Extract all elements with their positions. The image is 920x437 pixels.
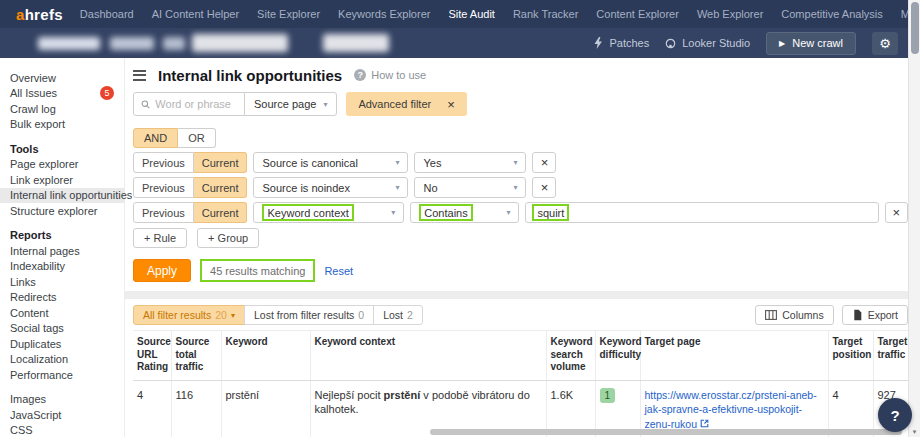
advanced-filter-chip[interactable]: Advanced filter × [346, 92, 466, 116]
nav-web-explorer[interactable]: Web Explorer [688, 8, 772, 20]
nav-dashboard[interactable]: Dashboard [71, 8, 143, 20]
chevron-down-icon: ▾ [395, 183, 399, 192]
nav-competitive-analysis[interactable]: Competitive Analysis [772, 8, 892, 20]
rule-value-input[interactable]: squirt [525, 202, 878, 223]
previous-button[interactable]: Previous [133, 177, 194, 198]
previous-button[interactable]: Previous [133, 152, 194, 173]
col-keyword-context[interactable]: Keyword context [310, 331, 546, 381]
col-target-traffic[interactable]: Target traffic [873, 331, 908, 381]
rule-field-select[interactable]: Source is canonical▾ [253, 152, 408, 173]
rule-field-select[interactable]: Source is noindex▾ [253, 177, 408, 198]
project-toolbar: Patches Looker Studio ▶ New crawl ⚙ [0, 28, 908, 58]
chevron-down-icon: ▾ [513, 158, 517, 167]
current-button[interactable]: Current [194, 152, 248, 173]
table-header-row: Source URL Rating Source total traffic K… [133, 331, 908, 381]
sidebar-item-duplicates[interactable]: Duplicates [0, 336, 124, 352]
sidebar-toggle-icon[interactable] [133, 70, 146, 81]
table-actions: Columns Export [755, 305, 908, 325]
difficulty-badge: 1 [600, 388, 616, 404]
toolbar-control-redacted[interactable] [323, 34, 389, 52]
toolbar-right-group: Patches Looker Studio ▶ New crawl ⚙ [593, 32, 898, 55]
vertical-scrollbar-thumb[interactable] [911, 2, 919, 54]
rule-operator-select[interactable]: Yes▾ [414, 152, 526, 173]
top-nav-bar: ahrefs Dashboard AI Content Helper Site … [0, 0, 908, 28]
sidebar-item-internal-pages[interactable]: Internal pages [0, 243, 124, 259]
rule-field-select[interactable]: Keyword context▾ [253, 202, 404, 223]
sidebar-item-all-issues[interactable]: All Issues5 [0, 86, 124, 102]
help-button[interactable]: ? [878, 398, 912, 432]
col-source-url-rating[interactable]: Source URL Rating [133, 331, 171, 381]
sidebar-item-indexability[interactable]: Indexability [0, 259, 124, 275]
sidebar-item-page-explorer[interactable]: Page explorer [0, 157, 124, 173]
current-button[interactable]: Current [194, 177, 248, 198]
scrollbar-down-arrow[interactable]: ▾ [909, 428, 920, 436]
nav-rank-tracker[interactable]: Rank Tracker [504, 8, 587, 20]
close-icon[interactable]: × [439, 97, 467, 112]
scope-select[interactable]: Source page ▾ [244, 92, 337, 116]
col-keyword-search-volume[interactable]: Keyword search volume [546, 331, 595, 381]
nav-content-explorer[interactable]: Content Explorer [587, 8, 688, 20]
remove-rule-button[interactable]: × [885, 202, 908, 223]
keyword-search-box[interactable] [133, 92, 245, 116]
ahrefs-logo[interactable]: ahrefs [16, 6, 63, 23]
columns-icon [765, 310, 777, 320]
sidebar-item-bulk-export[interactable]: Bulk export [0, 117, 124, 133]
col-keyword[interactable]: Keyword [221, 331, 310, 381]
remove-rule-button[interactable]: × [532, 177, 556, 198]
patches-link[interactable]: Patches [593, 37, 649, 49]
export-button[interactable]: Export [842, 305, 908, 325]
sidebar-item-performance[interactable]: Performance [0, 367, 124, 383]
sidebar-item-css[interactable]: CSS [0, 423, 124, 437]
vertical-scrollbar-track[interactable]: ▾ [908, 0, 920, 437]
previous-current-toggle: Previous Current [133, 152, 247, 173]
nav-ai-content-helper[interactable]: AI Content Helper [143, 8, 248, 20]
col-source-total-traffic[interactable]: Source total traffic [171, 331, 221, 381]
add-rule-button[interactable]: + Rule [133, 228, 187, 248]
sidebar-item-images[interactable]: Images [0, 392, 124, 408]
project-meta-redacted [110, 37, 154, 50]
sidebar-item-localization[interactable]: Localization [0, 352, 124, 368]
sidebar-item-overview[interactable]: Overview [0, 70, 124, 86]
columns-button[interactable]: Columns [755, 305, 833, 325]
sidebar-item-link-explorer[interactable]: Link explorer [0, 172, 124, 188]
sidebar-item-crawl-log[interactable]: Crawl log [0, 101, 124, 117]
previous-button[interactable]: Previous [133, 202, 194, 223]
how-to-use-link[interactable]: ? How to use [354, 69, 426, 81]
apply-button[interactable]: Apply [133, 259, 191, 282]
remove-rule-button[interactable]: × [532, 152, 556, 173]
new-crawl-button[interactable]: ▶ New crawl [766, 32, 856, 55]
sidebar-item-redirects[interactable]: Redirects [0, 290, 124, 306]
settings-button[interactable]: ⚙ [872, 32, 898, 55]
sidebar-item-structure-explorer[interactable]: Structure explorer [0, 203, 124, 219]
sidebar-header-tools: Tools [0, 141, 124, 157]
col-keyword-difficulty[interactable]: Keyword difficulty [595, 331, 640, 381]
current-button[interactable]: Current [194, 202, 248, 223]
toolbar-control-redacted[interactable] [192, 34, 288, 52]
sidebar-item-social-tags[interactable]: Social tags [0, 321, 124, 337]
tab-lost-from-filter-results[interactable]: Lost from filter results0 [244, 305, 374, 325]
sidebar-item-links[interactable]: Links [0, 274, 124, 290]
rule-operator-select[interactable]: Contains▾ [410, 202, 519, 223]
sidebar-item-content[interactable]: Content [0, 305, 124, 321]
target-page-link[interactable]: https://www.erosstar.cz/prsteni-aneb-jak… [645, 389, 817, 431]
nav-keywords-explorer[interactable]: Keywords Explorer [329, 8, 439, 20]
col-target-position[interactable]: Target position [828, 331, 873, 381]
and-button[interactable]: AND [133, 128, 178, 148]
chevron-down-icon: ▾ [395, 158, 399, 167]
col-target-page[interactable]: Target page [640, 331, 828, 381]
or-button[interactable]: OR [178, 128, 216, 148]
tab-lost[interactable]: Lost2 [373, 305, 423, 325]
search-input[interactable] [155, 98, 237, 110]
close-icon: × [541, 155, 549, 170]
add-group-button[interactable]: + Group [197, 228, 259, 248]
rule-operator-select[interactable]: No▾ [414, 177, 526, 198]
reset-link[interactable]: Reset [324, 265, 353, 277]
sidebar-item-javascript[interactable]: JavaScript [0, 407, 124, 423]
results-table: Source URL Rating Source total traffic K… [133, 330, 908, 437]
tab-all-filter-results[interactable]: All filter results20 ▾ [133, 305, 245, 325]
sidebar-item-internal-link-opportunities[interactable]: Internal link opportunities [0, 188, 124, 204]
looker-studio-link[interactable]: Looker Studio [665, 37, 750, 49]
nav-site-audit[interactable]: Site Audit [439, 8, 503, 20]
horizontal-scrollbar[interactable] [430, 429, 902, 435]
nav-site-explorer[interactable]: Site Explorer [248, 8, 329, 20]
